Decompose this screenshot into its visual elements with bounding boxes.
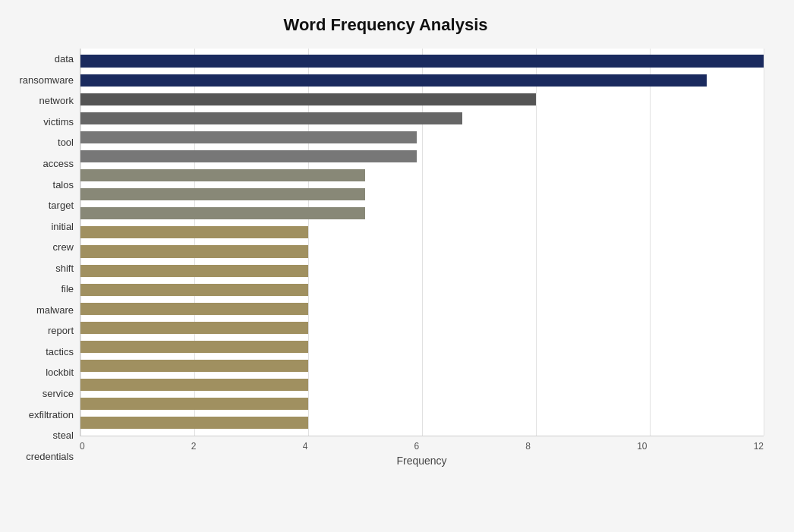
bar-row: [80, 280, 764, 299]
bar-row: [80, 185, 764, 204]
bar-row: [80, 109, 764, 127]
chart-container: Word Frequency Analysis dataransomwarene…: [0, 0, 794, 532]
y-label: file: [61, 284, 74, 294]
y-label: exfiltration: [29, 410, 74, 420]
bar: [80, 417, 308, 429]
bar: [80, 112, 462, 124]
bar: [80, 398, 308, 410]
y-label: data: [55, 54, 74, 64]
bar-row: [80, 337, 764, 356]
x-tick: 4: [303, 441, 308, 452]
y-label: talos: [53, 180, 74, 190]
bar-row: [80, 204, 764, 223]
bar-row: [80, 357, 764, 376]
bar: [80, 150, 417, 162]
bars-and-xaxis: 024681012 Frequency: [80, 49, 764, 467]
chart-title: Word Frequency Analysis: [8, 15, 764, 35]
x-axis: 024681012: [80, 436, 764, 452]
bar-row: [80, 52, 764, 71]
y-label: malware: [36, 305, 74, 315]
bar: [80, 379, 308, 391]
x-tick: 0: [80, 441, 85, 452]
bar: [80, 93, 536, 105]
chart-area: dataransomwarenetworkvictimstoolaccessta…: [8, 49, 764, 467]
y-label: report: [48, 326, 74, 335]
y-label: steal: [53, 430, 74, 440]
y-label: credentials: [26, 452, 74, 461]
bar: [80, 303, 308, 315]
bar-row: [80, 90, 764, 109]
y-label: access: [43, 159, 74, 168]
bar-row: [80, 261, 764, 280]
y-label: network: [39, 96, 74, 105]
bar-row: [80, 299, 764, 318]
bar-row: [80, 146, 764, 165]
bar-row: [80, 127, 764, 146]
y-label: tactics: [46, 347, 74, 357]
bar: [80, 188, 365, 200]
y-label: victims: [43, 117, 74, 127]
bar-row: [80, 223, 764, 242]
y-label: target: [49, 200, 74, 210]
bar-row: [80, 318, 764, 337]
y-labels: dataransomwarenetworkvictimstoolaccessta…: [8, 49, 80, 467]
bar: [80, 131, 417, 143]
bar-row: [80, 376, 764, 395]
bar-row: [80, 414, 764, 433]
bar: [80, 74, 707, 87]
bar: [80, 265, 308, 277]
x-tick: 12: [754, 441, 764, 452]
grid-line: [764, 49, 764, 436]
bars-area: [80, 49, 764, 436]
y-label: lockbit: [46, 367, 74, 377]
bar-row: [80, 242, 764, 261]
bar: [80, 322, 308, 334]
bar: [80, 341, 308, 353]
y-label: service: [43, 389, 74, 398]
y-label: ransomware: [19, 75, 74, 85]
x-tick: 6: [414, 441, 419, 452]
bar-row: [80, 395, 764, 414]
bar: [80, 226, 308, 238]
x-tick: 8: [525, 441, 531, 452]
bar: [80, 245, 308, 257]
bar: [80, 169, 365, 181]
bar: [80, 55, 764, 67]
x-tick: 2: [191, 441, 197, 452]
bar-row: [80, 71, 764, 90]
y-label: tool: [58, 137, 74, 147]
bar-row: [80, 166, 764, 185]
y-label: shift: [55, 263, 74, 273]
x-axis-label: Frequency: [80, 455, 764, 467]
bar: [80, 207, 365, 219]
x-tick: 10: [637, 441, 647, 452]
bar: [80, 284, 308, 296]
y-label: crew: [53, 242, 74, 252]
y-label: initial: [51, 222, 74, 231]
bar: [80, 360, 308, 372]
